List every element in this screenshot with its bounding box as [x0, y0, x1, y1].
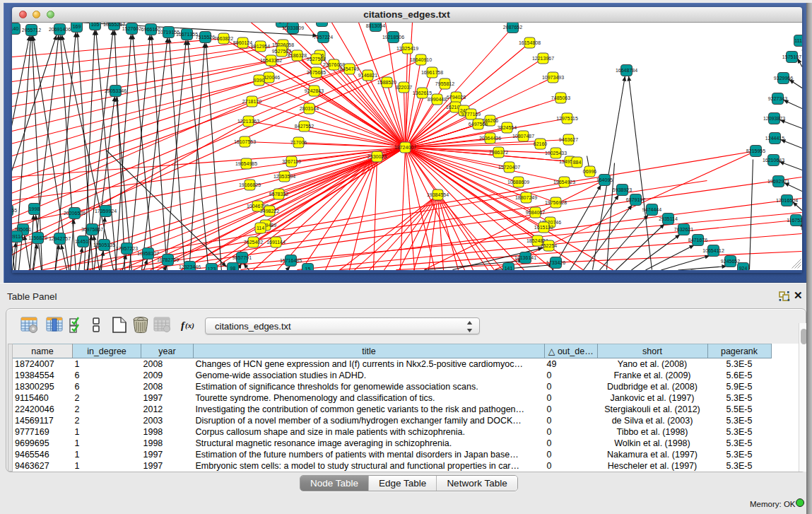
svg-text:8471676: 8471676 — [688, 238, 707, 243]
svg-text:924: 924 — [739, 266, 747, 270]
svg-text:140: 140 — [12, 26, 18, 31]
svg-text:39114: 39114 — [12, 234, 23, 239]
svg-text:18807249: 18807249 — [514, 195, 536, 200]
svg-text:3498222: 3498222 — [259, 209, 278, 214]
svg-text:9245652: 9245652 — [720, 259, 739, 264]
svg-text:15716485: 15716485 — [279, 258, 301, 263]
svg-text:9777169: 9777169 — [461, 112, 480, 117]
svg-text:7986372: 7986372 — [488, 150, 507, 155]
svg-text:18724007: 18724007 — [394, 145, 416, 150]
svg-text:10654112: 10654112 — [702, 248, 724, 253]
svg-text:2935114: 2935114 — [659, 216, 678, 221]
svg-text:2087652: 2087652 — [502, 25, 522, 30]
svg-text:16648784: 16648784 — [615, 68, 637, 73]
svg-text:16782759: 16782759 — [156, 257, 178, 262]
svg-text:16154808: 16154808 — [518, 40, 540, 45]
svg-text:10807487: 10807487 — [512, 134, 534, 139]
svg-text:19654985: 19654985 — [235, 161, 257, 166]
svg-text:9084067: 9084067 — [525, 210, 544, 215]
svg-text:141: 141 — [504, 266, 512, 270]
svg-text:9146821: 9146821 — [358, 73, 377, 78]
svg-text:1244415: 1244415 — [765, 136, 784, 141]
svg-text:9463627: 9463627 — [558, 137, 577, 142]
svg-text:16210643: 16210643 — [762, 158, 784, 163]
svg-text:(x): (x) — [185, 321, 194, 330]
svg-text:16033809: 16033809 — [281, 25, 303, 30]
svg-text:7485063: 7485063 — [551, 95, 570, 100]
svg-text:12353594: 12353594 — [273, 174, 295, 179]
svg-text:9: 9 — [320, 23, 323, 23]
svg-text:717006: 717006 — [290, 140, 306, 145]
svg-text:10688609: 10688609 — [507, 180, 529, 185]
svg-text:8427552: 8427552 — [294, 124, 313, 129]
svg-text:169: 169 — [72, 24, 81, 29]
svg-text:12505135: 12505135 — [93, 243, 114, 247]
svg-text:114519: 114519 — [75, 239, 91, 244]
svg-text:19384554: 19384554 — [426, 192, 448, 197]
svg-text:12975115: 12975115 — [556, 116, 578, 121]
svg-text:3824554: 3824554 — [497, 125, 516, 130]
svg-text:1112: 1112 — [794, 38, 802, 43]
svg-text:7663822: 7663822 — [213, 36, 233, 41]
svg-text:2055712: 2055712 — [21, 28, 40, 33]
svg-text:1156829: 1156829 — [28, 235, 47, 240]
svg-text:3675685: 3675685 — [306, 70, 325, 75]
svg-text:8454749: 8454749 — [339, 66, 358, 71]
svg-text:1575107: 1575107 — [782, 54, 801, 59]
svg-text:8912954: 8912954 — [250, 44, 269, 49]
svg-text:12942757: 12942757 — [48, 236, 70, 241]
svg-text:884: 884 — [572, 160, 581, 165]
svg-text:29053346: 29053346 — [104, 88, 126, 93]
svg-text:8186328: 8186328 — [287, 53, 306, 58]
svg-text:15: 15 — [305, 267, 310, 270]
svg-text:12213363: 12213363 — [237, 119, 259, 124]
svg-text:12213967: 12213967 — [531, 56, 553, 61]
svg-text:20364436: 20364436 — [478, 136, 500, 141]
svg-text:2330023: 2330023 — [367, 154, 386, 159]
svg-text:9227343: 9227343 — [767, 96, 787, 101]
svg-text:16107553: 16107553 — [233, 139, 255, 144]
svg-text:164095: 164095 — [596, 177, 612, 182]
svg-text:8578332: 8578332 — [269, 192, 288, 197]
svg-text:1167533: 1167533 — [787, 218, 802, 223]
svg-text:8813054: 8813054 — [365, 23, 384, 28]
svg-text:1615132: 1615132 — [534, 225, 553, 230]
svg-text:06996: 06996 — [582, 169, 596, 174]
svg-text:9857791: 9857791 — [232, 255, 251, 260]
svg-text:6497568: 6497568 — [468, 122, 487, 127]
svg-text:7515526: 7515526 — [195, 35, 214, 40]
svg-text:1998: 1998 — [28, 206, 40, 211]
svg-text:20206536: 20206536 — [63, 211, 85, 216]
svg-text:1588520: 1588520 — [377, 80, 396, 85]
svg-text:9242843: 9242843 — [304, 88, 323, 93]
svg-text:6794028: 6794028 — [446, 95, 465, 100]
svg-text:2616055: 2616055 — [12, 208, 17, 213]
svg-text:20691406: 20691406 — [48, 27, 70, 32]
svg-text:7955812: 7955812 — [435, 81, 454, 86]
svg-text:12323446: 12323446 — [178, 264, 200, 269]
svg-text:13325419: 13325419 — [396, 46, 418, 51]
svg-text:105: 105 — [90, 23, 99, 27]
svg-text:19654923: 19654923 — [553, 180, 575, 185]
svg-text:2803144: 2803144 — [299, 106, 318, 111]
svg-text:252254: 252254 — [540, 243, 556, 248]
svg-text:9329966: 9329966 — [773, 76, 792, 81]
svg-text:10973493: 10973493 — [541, 75, 563, 80]
svg-text:9527508: 9527508 — [306, 57, 325, 62]
svg-text:19756928: 19756928 — [544, 200, 566, 205]
svg-text:17359924: 17359924 — [94, 209, 116, 214]
svg-text:7632621: 7632621 — [673, 227, 693, 232]
svg-text:98: 98 — [230, 266, 235, 270]
svg-text:1733426: 1733426 — [546, 260, 565, 265]
svg-text:9390: 9390 — [253, 78, 264, 83]
svg-text:2718170: 2718170 — [242, 99, 261, 104]
svg-text:123: 123 — [207, 267, 216, 270]
svg-text:8960124: 8960124 — [233, 40, 252, 45]
svg-text:822037: 822037 — [395, 85, 411, 90]
svg-text:5938923: 5938923 — [612, 187, 631, 192]
svg-text:1691144: 1691144 — [266, 240, 286, 245]
svg-text:19218506: 19218506 — [382, 35, 404, 40]
svg-text:15720407: 15720407 — [498, 165, 519, 170]
svg-text:12093873: 12093873 — [763, 116, 784, 121]
svg-text:7625402: 7625402 — [243, 240, 262, 245]
